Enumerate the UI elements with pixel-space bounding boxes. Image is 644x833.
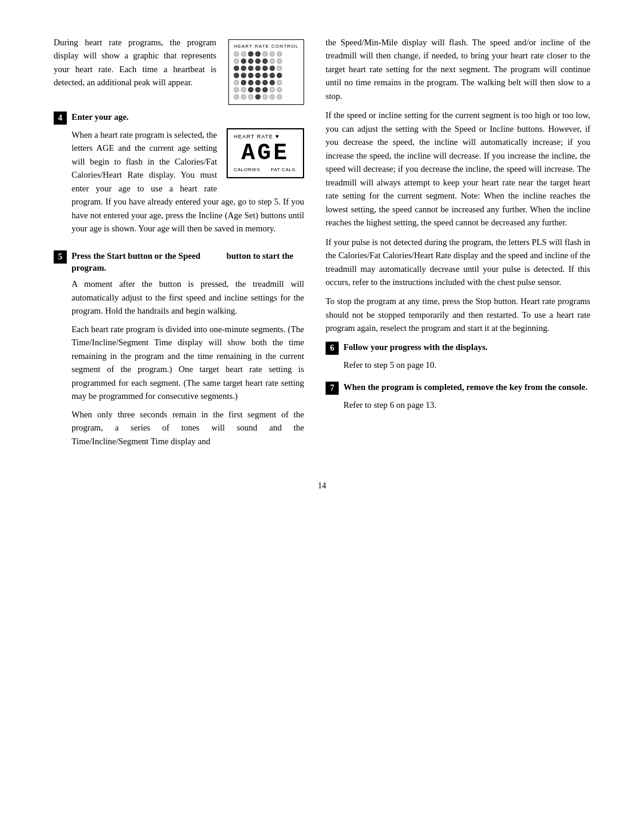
dot [255, 73, 261, 78]
dot [270, 66, 275, 71]
step-4-block: 4 Enter your age. HEART RATE ♥ AGE [54, 111, 304, 240]
dot [241, 94, 246, 100]
step-6-para1: Refer to step 5 on page 10. [343, 358, 590, 371]
dot [277, 80, 282, 85]
dot [270, 94, 275, 100]
dot [241, 80, 246, 85]
right-column: the Speed/Min-Mile display will flash. T… [326, 36, 590, 457]
step-6-content: Refer to step 5 on page 10. [343, 358, 590, 371]
step-7-para1: Refer to step 6 on page 13. [343, 398, 590, 411]
dot [234, 80, 239, 85]
heart-rate-control-label: HEART RATE CONTROL [234, 44, 299, 49]
dot [255, 87, 261, 92]
age-text: AGE [234, 142, 297, 165]
dot [270, 73, 275, 78]
age-display: HEART RATE ♥ AGE CALORIES FAT CALS. [227, 128, 304, 178]
step-7-content: Refer to step 6 on page 13. [343, 398, 590, 411]
dot [248, 73, 253, 78]
dot [277, 94, 282, 100]
dot [262, 51, 268, 57]
dot [234, 51, 239, 57]
dot [270, 58, 275, 64]
dot-grid [234, 51, 299, 100]
heart-rate-control-display: HEART RATE CONTROL [228, 39, 304, 105]
dot [241, 58, 246, 64]
two-column-layout: HEART RATE CONTROL [54, 36, 590, 457]
step-4-content: HEART RATE ♥ AGE CALORIES FAT CALS. When… [72, 128, 304, 240]
page: HEART RATE CONTROL [0, 0, 644, 833]
step-6-header: 6 Follow your progress with the displays… [326, 341, 590, 355]
dot [262, 73, 268, 78]
step-6-block: 6 Follow your progress with the displays… [326, 341, 590, 371]
dot [248, 66, 253, 71]
dot [248, 80, 253, 85]
step-5-para2: Each heart rate program is divided into … [72, 323, 304, 403]
step-5-number: 5 [54, 250, 67, 264]
step-5-title: Press the Start button or the Speed butt… [72, 250, 304, 274]
fat-cals-label: FAT CALS. [271, 167, 297, 172]
dot [270, 51, 275, 57]
dot [277, 58, 282, 64]
step-5-para1: A moment after the button is pressed, th… [72, 277, 304, 317]
dot [262, 94, 268, 100]
dot [262, 87, 268, 92]
right-para3: If your pulse is not detected during the… [326, 236, 590, 289]
step-4-number: 4 [54, 112, 67, 125]
right-para4: To stop the program at any time, press t… [326, 295, 590, 335]
dot [262, 58, 268, 64]
dot [248, 87, 253, 92]
dot [248, 94, 253, 100]
age-display-top: HEART RATE ♥ [234, 133, 297, 140]
step-7-title: When the program is completed, remove th… [343, 381, 587, 393]
dot [248, 58, 253, 64]
step-5-para3: When only three seconds remain in the fi… [72, 408, 304, 448]
step-5-block: 5 Press the Start button or the Speed bu… [54, 250, 304, 448]
heart-rate-label: HEART RATE [234, 134, 273, 140]
dot [270, 80, 275, 85]
age-display-bottom: CALORIES FAT CALS. [234, 167, 297, 172]
step-6-number: 6 [326, 342, 339, 355]
right-para-continued: the Speed/Min-Mile display will flash. T… [326, 36, 590, 103]
dot [262, 80, 268, 85]
dot [277, 87, 282, 92]
dot [234, 58, 239, 64]
dot [262, 66, 268, 71]
left-column: HEART RATE CONTROL [54, 36, 304, 457]
step-5-header: 5 Press the Start button or the Speed bu… [54, 250, 304, 274]
dot [277, 51, 282, 57]
dot [255, 66, 261, 71]
dot [241, 73, 246, 78]
dot [241, 66, 246, 71]
right-para2: If the speed or incline setting for the … [326, 109, 590, 229]
age-display-wrapper: HEART RATE ♥ AGE CALORIES FAT CALS. [227, 128, 304, 178]
step-6-title: Follow your progress with the displays. [343, 341, 488, 353]
dot [255, 51, 261, 57]
step-4-header: 4 Enter your age. [54, 111, 304, 125]
step-7-number: 7 [326, 382, 339, 395]
dot [241, 87, 246, 92]
step-7-block: 7 When the program is completed, remove … [326, 381, 590, 411]
dot [255, 80, 261, 85]
dot [277, 73, 282, 78]
dot [234, 94, 239, 100]
dot [255, 58, 261, 64]
page-number: 14 [54, 481, 590, 491]
dot [270, 87, 275, 92]
heart-icon: ♥ [275, 133, 280, 140]
dot [234, 73, 239, 78]
dot [234, 87, 239, 92]
calories-label: CALORIES [234, 167, 260, 172]
dot [255, 94, 261, 100]
dot [277, 66, 282, 71]
dot [241, 51, 246, 57]
step-7-header: 7 When the program is completed, remove … [326, 381, 590, 395]
dot [248, 51, 253, 57]
step-5-content: A moment after the button is pressed, th… [72, 277, 304, 448]
intro-section: HEART RATE CONTROL [54, 36, 304, 111]
dot [234, 66, 239, 71]
step-4-title: Enter your age. [72, 111, 129, 123]
